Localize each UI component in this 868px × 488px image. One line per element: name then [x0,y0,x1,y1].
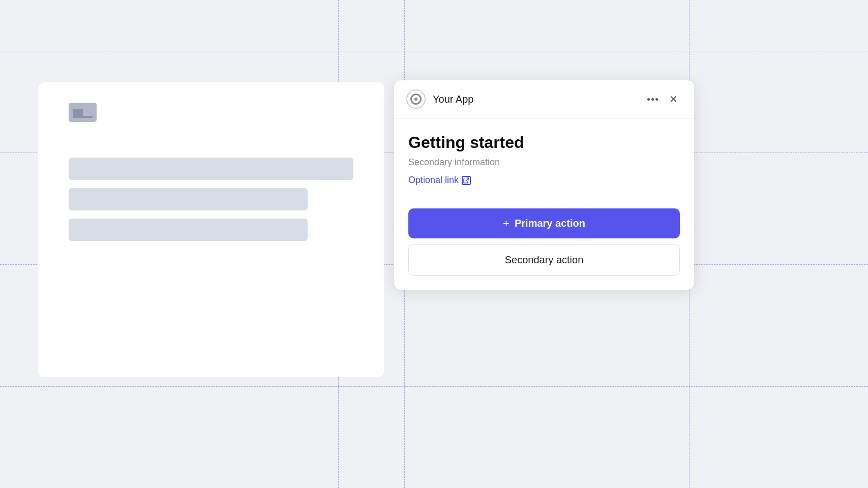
modal-app-title: Your App [433,94,637,105]
grid-h-line-4 [0,386,868,387]
plus-icon: + [503,218,510,229]
card-icon [69,103,97,122]
modal-header-actions: ✕ [644,91,682,107]
dot-3 [655,98,658,101]
modal-card: Your App ✕ Getting started Secondary inf… [394,80,694,290]
modal-actions: + Primary action Secondary action [394,198,694,290]
optional-link-text: Optional link [408,175,459,186]
primary-action-button[interactable]: + Primary action [408,208,680,238]
left-panel-inner [38,82,384,261]
app-logo-inner [410,94,422,105]
more-options-button[interactable] [644,95,661,104]
left-panel [38,82,384,377]
modal-heading: Getting started [408,133,680,152]
skeleton-bar-2 [69,188,308,210]
skeleton-bar-3 [69,219,308,241]
primary-action-label: Primary action [515,218,585,229]
secondary-action-label: Secondary action [505,254,584,265]
modal-body: Getting started Secondary information Op… [394,118,694,186]
secondary-action-button[interactable]: Secondary action [408,245,680,276]
app-logo [406,89,426,109]
grid-h-line-1 [0,51,868,51]
dot-2 [651,98,654,101]
skeleton-bar-1 [69,158,353,180]
modal-header: Your App ✕ [394,80,694,118]
external-link-icon [462,176,471,185]
modal-secondary-text: Secondary information [408,157,680,168]
skeleton-bars [69,158,353,241]
dot-1 [647,98,650,101]
close-button[interactable]: ✕ [665,91,682,107]
optional-link[interactable]: Optional link [408,175,471,186]
